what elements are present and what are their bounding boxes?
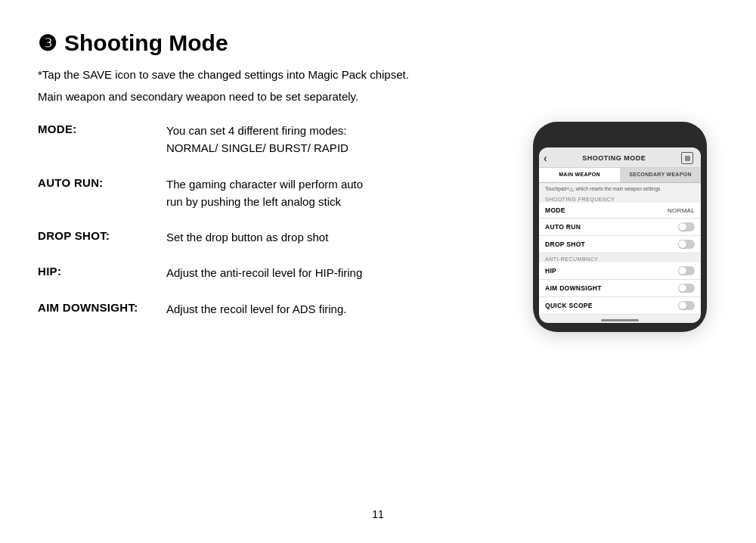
- phone-row-dropshot: DROP SHOT: [539, 236, 701, 253]
- phone-area: ‹ SHOOTING MODE MAIN WEAPON SECONDARY WE…: [522, 122, 718, 501]
- feature-item-mode: MODE: You can set 4 different firing mod…: [38, 122, 499, 157]
- phone-toggle-aim[interactable]: [678, 284, 695, 293]
- phone-label-aim: AIM DOWNSIGHT: [545, 284, 602, 292]
- phone-toggle-hip[interactable]: [678, 266, 695, 275]
- phone-toggle-dropshot[interactable]: [678, 240, 695, 249]
- phone-note-text: Touchpad+△, which resets the main weapon…: [539, 183, 701, 194]
- phone-section-anti: ANTI-RECUMBNCY: [539, 253, 701, 262]
- feature-term-mode: MODE:: [38, 122, 166, 135]
- feature-desc-hip: Adjust the anti-recoil level for HIP-fir…: [166, 264, 499, 281]
- main-content: MODE: You can set 4 different firing mod…: [38, 122, 718, 501]
- feature-item-dropshot: DROP SHOT: Set the drop button as drop s…: [38, 228, 499, 246]
- phone-row-hip: HIP: [539, 262, 701, 280]
- phone-label-dropshot: DROP SHOT: [545, 240, 585, 248]
- feature-desc-mode: You can set 4 different firing modes:NOR…: [166, 122, 499, 157]
- feature-item-aim: AIM DOWNSIGHT: Adjust the recoil level f…: [38, 300, 499, 318]
- phone-label-mode: MODE: [545, 206, 565, 214]
- phone-label-quickscope: QUICK SCOPE: [545, 302, 593, 309]
- page-title: Shooting Mode: [64, 30, 228, 56]
- feature-desc-dropshot: Set the drop button as drop shot: [166, 228, 499, 246]
- feature-term-dropshot: DROP SHOT:: [38, 228, 166, 242]
- phone-screen: ‹ SHOOTING MODE MAIN WEAPON SECONDARY WE…: [539, 147, 701, 323]
- phone-screen-title: SHOOTING MODE: [582, 154, 646, 162]
- phone-row-quickscope: QUICK SCOPE: [539, 297, 701, 315]
- section-number-icon: ❸: [38, 31, 57, 56]
- phone-value-mode: NORMAL: [668, 207, 695, 214]
- phone-notch: [590, 132, 650, 143]
- phone-home-bar: [601, 319, 639, 321]
- phone-save-icon[interactable]: [681, 152, 693, 164]
- phone-back-icon[interactable]: ‹: [544, 152, 547, 164]
- feature-desc-autorun: The gaming character will perform autoru…: [166, 175, 499, 211]
- phone-mockup: ‹ SHOOTING MODE MAIN WEAPON SECONDARY WE…: [533, 122, 707, 332]
- phone-section-shooting: SHOOTING FREQUENCY: [539, 194, 701, 203]
- feature-desc-aim: Adjust the recoil level for ADS firing.: [166, 300, 499, 318]
- description-line2: Main weapon and secondary weapon need to…: [38, 88, 507, 106]
- phone-row-mode: MODE NORMAL: [539, 203, 701, 219]
- phone-tabs: MAIN WEAPON SECONDARY WEAPON: [539, 168, 701, 183]
- page-container: ❸ Shooting Mode *Tap the SAVE icon to sa…: [0, 0, 756, 543]
- phone-row-aim: AIM DOWNSIGHT: [539, 280, 701, 297]
- tab-secondary-weapon[interactable]: SECONDARY WEAPON: [620, 168, 701, 182]
- page-header: ❸ Shooting Mode: [38, 30, 718, 56]
- feature-term-hip: HIP:: [38, 264, 166, 278]
- feature-item-autorun: AUTO RUN: The gaming character will perf…: [38, 175, 499, 211]
- page-number: 11: [38, 508, 718, 520]
- feature-list: MODE: You can set 4 different firing mod…: [38, 122, 522, 501]
- phone-toggle-autorun[interactable]: [678, 222, 695, 231]
- phone-row-autorun: AUTO RUN: [539, 219, 701, 236]
- phone-label-autorun: AUTO RUN: [545, 223, 581, 231]
- phone-label-hip: HIP: [545, 267, 556, 275]
- feature-item-hip: HIP: Adjust the anti-recoil level for HI…: [38, 264, 499, 281]
- phone-toggle-quickscope[interactable]: [678, 301, 695, 310]
- feature-term-aim: AIM DOWNSIGHT:: [38, 300, 166, 314]
- tab-main-weapon[interactable]: MAIN WEAPON: [539, 168, 620, 182]
- phone-header-bar: ‹ SHOOTING MODE: [539, 147, 701, 168]
- description-line1: *Tap the SAVE icon to save the changed s…: [38, 67, 507, 84]
- feature-term-autorun: AUTO RUN:: [38, 175, 166, 189]
